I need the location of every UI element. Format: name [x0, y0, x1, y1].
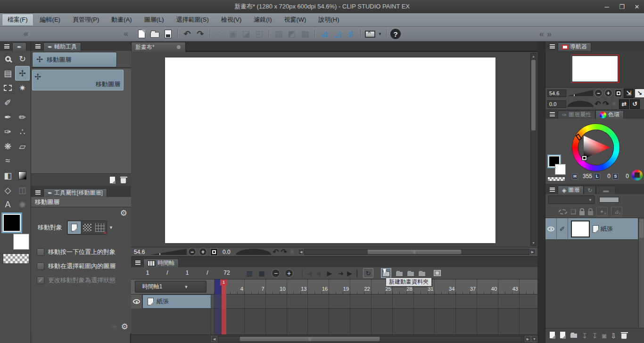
move-target-layer-button[interactable] — [68, 221, 81, 234]
blend-mode-dropdown[interactable] — [548, 196, 594, 204]
tool-property-tab[interactable]: ✒工具屬性[移動圖層] — [43, 188, 107, 197]
collapse-left2-icon[interactable]: « — [124, 29, 128, 39]
move-target-grid-button[interactable] — [93, 221, 106, 234]
play-button[interactable]: ▶ — [324, 268, 335, 278]
scroll-left-icon[interactable]: ◀ — [211, 336, 217, 342]
expand-right-icon[interactable]: » — [547, 29, 552, 39]
transparent-color-swatch[interactable] — [3, 253, 29, 264]
zoom-tool[interactable] — [0, 51, 15, 66]
zoom-in-button[interactable]: + — [604, 89, 612, 97]
navigator-rotate-slider[interactable] — [567, 101, 594, 107]
actual-size-button[interactable]: ↘ — [635, 89, 644, 98]
add-subtool-icon[interactable] — [109, 176, 116, 184]
go-to-end-button[interactable]: ▶▕ — [347, 268, 357, 278]
layer-scroll-thumb[interactable] — [639, 219, 644, 238]
collapse-left-icon[interactable]: « — [24, 29, 28, 39]
scroll-left-icon[interactable]: ◀ — [298, 249, 304, 255]
canvas-viewport[interactable]: ▲ ▼ — [131, 52, 537, 247]
layer-visibility-cell[interactable] — [545, 218, 557, 240]
navigator-rotate-value[interactable]: 0.0 — [547, 100, 566, 108]
navigator-zoom-slider[interactable] — [567, 90, 593, 96]
fill-tool[interactable]: ◧ — [0, 168, 15, 183]
wrench-icon[interactable]: ⚙ — [120, 208, 127, 218]
layer-tab[interactable]: ◈圖層 — [558, 186, 584, 194]
opacity-slider[interactable] — [599, 197, 619, 203]
collapse-right-icon[interactable]: « — [539, 29, 544, 39]
main-color-swatch[interactable] — [3, 214, 21, 232]
subtool-palette-tab[interactable]: ✒輔助工具 — [43, 42, 81, 51]
menu-item[interactable]: 檔案(F) — [2, 14, 33, 26]
subtool-item-move-layer[interactable]: ✢ 移動圖層 — [32, 70, 124, 90]
saturated-line-tool[interactable]: ✺ — [15, 197, 30, 212]
menu-item[interactable]: 濾鏡(I) — [248, 14, 277, 26]
track-visibility-cell[interactable] — [131, 294, 142, 309]
save-button[interactable] — [162, 28, 174, 40]
selection-tool[interactable] — [0, 81, 15, 95]
help-button[interactable]: ? — [390, 29, 401, 39]
blend-tool[interactable]: ≈ — [0, 154, 15, 168]
tool-palette-tab[interactable]: ✒ — [12, 42, 26, 51]
menu-item[interactable]: 編輯(E) — [34, 14, 66, 26]
eyedropper-tool[interactable]: ✐ — [0, 95, 15, 110]
canvas-tab[interactable]: 新畫布* — [131, 42, 186, 52]
scroll-right-icon[interactable]: ▶ — [529, 249, 536, 255]
timeline-thumbnail-button[interactable]: ▦ — [256, 268, 267, 278]
layer-row-paper[interactable]: ✐ 紙張 — [545, 218, 638, 240]
current-frame-field[interactable]: 1 — [140, 270, 155, 277]
sub-color-swatch[interactable] — [555, 164, 566, 175]
menu-item[interactable]: 圖層(L) — [139, 14, 170, 26]
onion-skin-button[interactable] — [432, 268, 442, 278]
timeline-ruler[interactable]: 147101316192225283134374043 時間軸1 ▼ — [131, 279, 537, 294]
navigator-tab[interactable]: 導航器 — [558, 42, 591, 51]
new-raster-layer-button[interactable] — [549, 331, 555, 340]
fit-to-window-button[interactable] — [210, 248, 218, 256]
layer-edit-target-cell[interactable]: ✐ — [557, 218, 568, 240]
rotate-ccw-button[interactable]: ↶ — [272, 247, 279, 256]
canvas-page[interactable] — [165, 57, 495, 243]
fit-to-window-button[interactable] — [615, 90, 622, 97]
menu-item[interactable]: 檢視(V) — [215, 14, 247, 26]
timeline-scroll-thumb[interactable]: ||| — [239, 336, 380, 342]
snap-to-special-ruler-button[interactable]: ◿ — [331, 28, 344, 40]
wrench-icon[interactable]: ⚙ — [121, 322, 128, 332]
operation-tool[interactable]: ▤ — [0, 66, 15, 81]
palette-menu-icon[interactable] — [2, 42, 11, 50]
minimize-button[interactable]: ─ — [603, 3, 611, 10]
screen-mode-button[interactable] — [364, 28, 376, 40]
scroll-down-icon[interactable]: ▼ — [531, 336, 537, 342]
rotate-slider[interactable] — [236, 249, 272, 255]
sv-marker[interactable] — [582, 156, 586, 160]
navigator-preview[interactable] — [545, 51, 644, 88]
menu-item[interactable]: 說明(H) — [313, 14, 345, 26]
zoom-out-button[interactable]: − — [272, 269, 280, 278]
vertical-scroll-thumb[interactable] — [531, 60, 536, 131]
move-layer-tool[interactable]: ✢ — [15, 66, 30, 81]
palette-menu-icon[interactable] — [547, 110, 557, 118]
snap-to-grid-button[interactable]: ♯ — [345, 28, 357, 40]
timeline-select-dropdown[interactable]: 時間軸1 ▼ — [135, 281, 206, 293]
palette-menu-icon[interactable] — [133, 259, 142, 266]
start-frame-field[interactable]: 1 — [180, 270, 194, 277]
redo-button[interactable]: ↷ — [194, 28, 206, 40]
frame-border-tool[interactable]: ◫ — [15, 183, 30, 197]
timeline-tab[interactable]: 時間軸 — [143, 259, 179, 267]
new-canvas-button[interactable] — [135, 28, 148, 40]
fit-to-screen-button[interactable]: ⇲ — [624, 89, 634, 98]
track-label-cell[interactable]: 紙張 — [142, 294, 211, 309]
palette-menu-icon[interactable] — [547, 186, 557, 193]
delete-subtool-icon[interactable] — [120, 178, 126, 184]
airbrush-tool[interactable]: ∴ — [15, 124, 30, 139]
auto-select-tool[interactable]: ✷ — [15, 81, 30, 95]
undo-button[interactable]: ↶ — [181, 28, 193, 40]
end-frame-field[interactable]: 72 — [220, 270, 234, 277]
checkbox[interactable] — [37, 248, 44, 256]
gradient-tool[interactable] — [15, 168, 30, 183]
zoom-out-button[interactable]: − — [188, 248, 196, 256]
playhead[interactable] — [222, 279, 226, 335]
open-file-button[interactable] — [149, 28, 161, 40]
rotate-cw-button[interactable]: ↷ — [281, 247, 287, 256]
horizontal-scroll-thumb[interactable]: ||| — [367, 249, 462, 254]
decoration-tool[interactable]: ❋ — [0, 139, 15, 154]
color-wheel-tab[interactable]: 色環 — [595, 110, 624, 119]
animation-cels-tab[interactable]: ↻ — [584, 186, 596, 194]
